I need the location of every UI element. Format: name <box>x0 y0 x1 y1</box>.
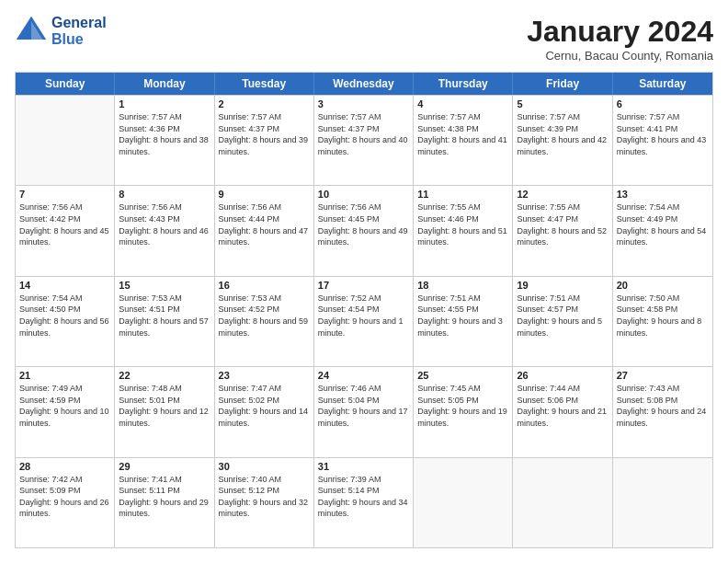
calendar-cell: 17Sunrise: 7:52 AM Sunset: 4:54 PM Dayli… <box>314 277 414 366</box>
day-number: 1 <box>119 98 210 109</box>
day-number: 27 <box>617 370 709 381</box>
day-number: 18 <box>417 280 508 291</box>
calendar-row: 21Sunrise: 7:49 AM Sunset: 4:59 PM Dayli… <box>16 366 712 456</box>
day-info: Sunrise: 7:57 AM Sunset: 4:36 PM Dayligh… <box>119 111 210 157</box>
calendar: SundayMondayTuesdayWednesdayThursdayFrid… <box>15 72 713 548</box>
logo-icon <box>15 15 48 48</box>
calendar-row: 1Sunrise: 7:57 AM Sunset: 4:36 PM Daylig… <box>16 95 712 185</box>
day-number: 20 <box>617 280 709 291</box>
header: General Blue January 2024 Cernu, Bacau C… <box>15 15 713 63</box>
weekday-header: Tuesday <box>215 73 314 95</box>
day-number: 15 <box>119 280 210 291</box>
day-number: 26 <box>517 370 608 381</box>
weekday-header: Wednesday <box>314 73 414 95</box>
day-number: 7 <box>19 189 110 200</box>
day-info: Sunrise: 7:41 AM Sunset: 5:11 PM Dayligh… <box>119 474 210 520</box>
logo-text-blue: Blue <box>51 31 107 48</box>
day-info: Sunrise: 7:57 AM Sunset: 4:38 PM Dayligh… <box>417 111 508 157</box>
day-number: 25 <box>417 370 508 381</box>
calendar-row: 28Sunrise: 7:42 AM Sunset: 5:09 PM Dayli… <box>16 457 712 547</box>
day-number: 17 <box>318 280 409 291</box>
day-number: 16 <box>219 280 310 291</box>
day-info: Sunrise: 7:42 AM Sunset: 5:09 PM Dayligh… <box>19 474 110 520</box>
calendar-cell <box>16 96 115 185</box>
calendar-cell: 21Sunrise: 7:49 AM Sunset: 4:59 PM Dayli… <box>16 367 115 456</box>
calendar-row: 14Sunrise: 7:54 AM Sunset: 4:50 PM Dayli… <box>16 276 712 366</box>
calendar-cell: 25Sunrise: 7:45 AM Sunset: 5:05 PM Dayli… <box>414 367 513 456</box>
day-number: 28 <box>19 461 110 472</box>
day-info: Sunrise: 7:57 AM Sunset: 4:37 PM Dayligh… <box>219 111 310 157</box>
calendar-cell: 15Sunrise: 7:53 AM Sunset: 4:51 PM Dayli… <box>115 277 214 366</box>
day-info: Sunrise: 7:55 AM Sunset: 4:46 PM Dayligh… <box>417 201 508 247</box>
day-number: 11 <box>417 189 508 200</box>
day-info: Sunrise: 7:47 AM Sunset: 5:02 PM Dayligh… <box>219 383 310 429</box>
day-number: 13 <box>617 189 709 200</box>
day-info: Sunrise: 7:54 AM Sunset: 4:49 PM Dayligh… <box>617 201 709 247</box>
day-info: Sunrise: 7:53 AM Sunset: 4:52 PM Dayligh… <box>219 293 310 339</box>
calendar-cell: 5Sunrise: 7:57 AM Sunset: 4:39 PM Daylig… <box>513 96 612 185</box>
calendar-body: 1Sunrise: 7:57 AM Sunset: 4:36 PM Daylig… <box>16 95 712 547</box>
calendar-cell: 24Sunrise: 7:46 AM Sunset: 5:04 PM Dayli… <box>314 367 414 456</box>
day-number: 22 <box>119 370 210 381</box>
day-info: Sunrise: 7:56 AM Sunset: 4:45 PM Dayligh… <box>318 201 409 247</box>
calendar-cell: 3Sunrise: 7:57 AM Sunset: 4:37 PM Daylig… <box>314 96 414 185</box>
calendar-cell: 6Sunrise: 7:57 AM Sunset: 4:41 PM Daylig… <box>613 96 712 185</box>
calendar-cell: 13Sunrise: 7:54 AM Sunset: 4:49 PM Dayli… <box>613 186 712 275</box>
day-info: Sunrise: 7:45 AM Sunset: 5:05 PM Dayligh… <box>417 383 508 429</box>
calendar-cell: 7Sunrise: 7:56 AM Sunset: 4:42 PM Daylig… <box>16 186 115 275</box>
day-info: Sunrise: 7:56 AM Sunset: 4:42 PM Dayligh… <box>19 201 110 247</box>
calendar-cell: 31Sunrise: 7:39 AM Sunset: 5:14 PM Dayli… <box>314 458 414 547</box>
day-info: Sunrise: 7:40 AM Sunset: 5:12 PM Dayligh… <box>219 474 310 520</box>
day-number: 8 <box>119 189 210 200</box>
day-info: Sunrise: 7:51 AM Sunset: 4:57 PM Dayligh… <box>517 293 608 339</box>
weekday-header: Thursday <box>414 73 513 95</box>
day-info: Sunrise: 7:51 AM Sunset: 4:55 PM Dayligh… <box>417 293 508 339</box>
day-info: Sunrise: 7:43 AM Sunset: 5:08 PM Dayligh… <box>617 383 709 429</box>
calendar-cell: 16Sunrise: 7:53 AM Sunset: 4:52 PM Dayli… <box>215 277 314 366</box>
day-info: Sunrise: 7:57 AM Sunset: 4:39 PM Dayligh… <box>517 111 608 157</box>
weekday-header: Monday <box>115 73 214 95</box>
calendar-cell: 9Sunrise: 7:56 AM Sunset: 4:44 PM Daylig… <box>215 186 314 275</box>
calendar-cell: 20Sunrise: 7:50 AM Sunset: 4:58 PM Dayli… <box>613 277 712 366</box>
logo: General Blue <box>15 15 107 48</box>
day-info: Sunrise: 7:56 AM Sunset: 4:43 PM Dayligh… <box>119 201 210 247</box>
day-number: 5 <box>517 98 608 109</box>
calendar-cell: 22Sunrise: 7:48 AM Sunset: 5:01 PM Dayli… <box>115 367 214 456</box>
day-number: 9 <box>219 189 310 200</box>
calendar-cell: 8Sunrise: 7:56 AM Sunset: 4:43 PM Daylig… <box>115 186 214 275</box>
calendar-header: SundayMondayTuesdayWednesdayThursdayFrid… <box>16 73 712 95</box>
day-number: 23 <box>219 370 310 381</box>
day-info: Sunrise: 7:55 AM Sunset: 4:47 PM Dayligh… <box>517 201 608 247</box>
weekday-header: Friday <box>513 73 612 95</box>
logo-text-general: General <box>51 15 107 31</box>
calendar-row: 7Sunrise: 7:56 AM Sunset: 4:42 PM Daylig… <box>16 185 712 275</box>
day-info: Sunrise: 7:44 AM Sunset: 5:06 PM Dayligh… <box>517 383 608 429</box>
calendar-cell: 27Sunrise: 7:43 AM Sunset: 5:08 PM Dayli… <box>613 367 712 456</box>
calendar-cell: 29Sunrise: 7:41 AM Sunset: 5:11 PM Dayli… <box>115 458 214 547</box>
day-number: 12 <box>517 189 608 200</box>
weekday-header: Saturday <box>613 73 712 95</box>
day-info: Sunrise: 7:56 AM Sunset: 4:44 PM Dayligh… <box>219 201 310 247</box>
day-number: 31 <box>318 461 409 472</box>
day-number: 29 <box>119 461 210 472</box>
title-area: January 2024 Cernu, Bacau County, Romani… <box>527 15 713 63</box>
day-info: Sunrise: 7:57 AM Sunset: 4:41 PM Dayligh… <box>617 111 709 157</box>
calendar-cell: 1Sunrise: 7:57 AM Sunset: 4:36 PM Daylig… <box>115 96 214 185</box>
day-info: Sunrise: 7:48 AM Sunset: 5:01 PM Dayligh… <box>119 383 210 429</box>
calendar-cell: 28Sunrise: 7:42 AM Sunset: 5:09 PM Dayli… <box>16 458 115 547</box>
page: General Blue January 2024 Cernu, Bacau C… <box>0 0 728 563</box>
day-number: 21 <box>19 370 110 381</box>
calendar-cell: 10Sunrise: 7:56 AM Sunset: 4:45 PM Dayli… <box>314 186 414 275</box>
day-number: 10 <box>318 189 409 200</box>
weekday-header: Sunday <box>16 73 115 95</box>
calendar-cell: 11Sunrise: 7:55 AM Sunset: 4:46 PM Dayli… <box>414 186 513 275</box>
day-info: Sunrise: 7:50 AM Sunset: 4:58 PM Dayligh… <box>617 293 709 339</box>
day-number: 14 <box>19 280 110 291</box>
calendar-cell: 23Sunrise: 7:47 AM Sunset: 5:02 PM Dayli… <box>215 367 314 456</box>
subtitle: Cernu, Bacau County, Romania <box>527 49 713 63</box>
calendar-cell: 12Sunrise: 7:55 AM Sunset: 4:47 PM Dayli… <box>513 186 612 275</box>
day-info: Sunrise: 7:53 AM Sunset: 4:51 PM Dayligh… <box>119 293 210 339</box>
calendar-cell: 30Sunrise: 7:40 AM Sunset: 5:12 PM Dayli… <box>215 458 314 547</box>
day-number: 19 <box>517 280 608 291</box>
calendar-cell: 2Sunrise: 7:57 AM Sunset: 4:37 PM Daylig… <box>215 96 314 185</box>
